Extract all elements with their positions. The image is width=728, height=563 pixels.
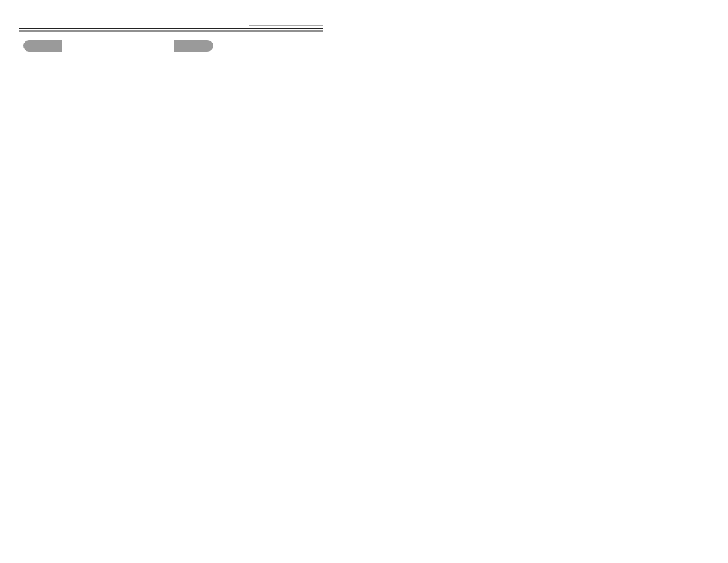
work-tasks-header-mid — [62, 40, 174, 52]
